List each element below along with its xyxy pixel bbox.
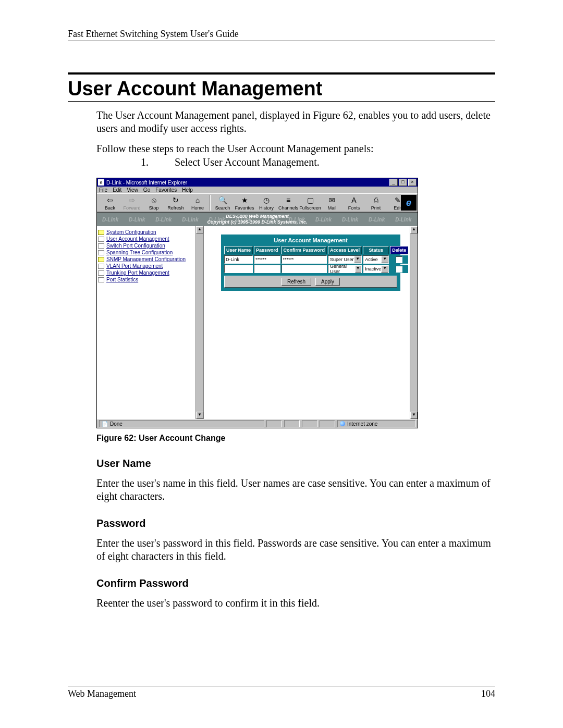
nav-item-label[interactable]: User Account Management xyxy=(106,236,169,242)
col-access: Access Level xyxy=(328,246,362,254)
nav-item[interactable]: Trunking Port Management xyxy=(98,270,202,276)
scroll-down-icon[interactable]: ▼ xyxy=(196,412,203,419)
nav-item[interactable]: SNMP Management Configuration xyxy=(98,256,202,262)
window-titlebar: e D-Link - Microsoft Internet Explorer _… xyxy=(97,178,418,187)
confirm-password-input[interactable] xyxy=(282,265,327,273)
password-input[interactable] xyxy=(254,255,280,264)
fullscreen-button[interactable]: ▢Fullscreen xyxy=(299,195,321,211)
status-zone: Internet zone xyxy=(337,420,415,427)
nav-item-label[interactable]: Port Statistics xyxy=(106,277,138,282)
delete-checkbox[interactable] xyxy=(396,256,402,263)
banner-line2: Copyright (c) 1995-1999 D-Link Systems, … xyxy=(207,219,307,225)
nav-item-label[interactable]: SNMP Management Configuration xyxy=(106,256,186,262)
access-level-select[interactable]: General User▼ xyxy=(328,265,362,273)
close-button[interactable]: × xyxy=(408,179,417,186)
menu-favorites[interactable]: Favorites xyxy=(155,187,177,193)
nav-item-label[interactable]: Switch Port Configuration xyxy=(106,243,165,249)
document-icon xyxy=(98,264,104,269)
nav-item[interactable]: Port Statistics xyxy=(98,277,202,282)
back-button[interactable]: ⇦Back xyxy=(99,195,121,211)
print-button[interactable]: ⎙Print xyxy=(365,195,387,211)
delete-checkbox[interactable] xyxy=(396,266,402,273)
col-status: Status xyxy=(363,246,389,254)
chevron-down-icon: ▼ xyxy=(354,256,361,263)
password-input[interactable] xyxy=(254,265,280,273)
content-pane: User Account Management User Name Passwo… xyxy=(204,226,418,419)
status-select-value: Inactive xyxy=(365,266,381,272)
nav-item[interactable]: System Configuration xyxy=(98,229,202,235)
channels-button[interactable]: ≡Channels xyxy=(277,195,299,211)
menu-edit[interactable]: Edit xyxy=(113,187,121,193)
document-icon xyxy=(98,237,104,242)
footer-section: Web Management xyxy=(68,688,136,699)
access-level-select-value: Super User xyxy=(330,257,354,262)
refresh-button[interactable]: ↻Refresh xyxy=(165,195,187,211)
nav-scrollbar[interactable]: ▲ ▼ xyxy=(195,226,203,419)
page-footer: Web Management 104 xyxy=(68,686,495,699)
forward-button[interactable]: ⇨Forward xyxy=(121,195,143,211)
home-button[interactable]: ⌂Home xyxy=(187,195,209,211)
favorites-button[interactable]: ★Favorites xyxy=(234,195,255,211)
scroll-up-icon[interactable]: ▲ xyxy=(196,226,203,233)
content-scrollbar[interactable]: ▲ ▼ xyxy=(410,226,418,419)
nav-item[interactable]: Switch Port Configuration xyxy=(98,243,202,249)
nav-item[interactable]: VLAN Port Management xyxy=(98,263,202,269)
confirm-password-input[interactable] xyxy=(282,255,327,264)
search-button[interactable]: 🔍Search xyxy=(212,195,234,211)
chevron-down-icon: ▼ xyxy=(355,265,362,273)
window-title: D-Link - Microsoft Internet Explorer xyxy=(106,180,389,186)
col-password: Password xyxy=(254,246,280,254)
mail-icon: ✉ xyxy=(326,195,338,205)
ie-throbber-icon: e xyxy=(401,195,417,211)
menu-file[interactable]: File xyxy=(99,187,107,193)
para-password: Enter the user's password in this field.… xyxy=(96,537,495,563)
chevron-down-icon: ▼ xyxy=(381,256,388,263)
status-select[interactable]: Inactive▼ xyxy=(363,265,389,273)
nav-item-label[interactable]: VLAN Port Management xyxy=(106,263,163,269)
menu-view[interactable]: View xyxy=(127,187,138,193)
menu-go[interactable]: Go xyxy=(143,187,150,193)
folder-icon xyxy=(98,230,104,235)
fonts-button[interactable]: AFonts xyxy=(343,195,365,211)
ie-app-icon: e xyxy=(98,179,104,186)
history-button[interactable]: ◷History xyxy=(255,195,277,211)
status-pane xyxy=(302,420,317,427)
status-select[interactable]: Active▼ xyxy=(363,255,389,264)
para-confirm-password: Reenter the user's password to confirm i… xyxy=(96,597,495,610)
forward-arrow-icon: ⇨ xyxy=(126,195,138,205)
refresh-panel-button[interactable]: Refresh xyxy=(282,278,311,286)
scroll-up-icon[interactable]: ▲ xyxy=(410,226,418,233)
col-user: User Name xyxy=(224,246,253,254)
username-input[interactable] xyxy=(224,265,253,273)
nav-item[interactable]: User Account Management xyxy=(98,236,202,242)
col-confirm: Confirm Password xyxy=(282,246,327,254)
print-icon: ⎙ xyxy=(370,195,382,205)
step-1-number: 1. xyxy=(141,156,172,168)
figure-caption: Figure 62: User Account Change xyxy=(96,434,495,443)
heading-user-name: User Name xyxy=(96,458,495,470)
folder-icon xyxy=(98,257,104,262)
steps-leadin: Follow these steps to reach the User Acc… xyxy=(96,142,495,155)
nav-item-label[interactable]: Trunking Port Management xyxy=(106,270,169,276)
status-pane xyxy=(284,420,300,427)
access-level-select[interactable]: Super User▼ xyxy=(328,255,362,264)
minimize-button[interactable]: _ xyxy=(389,179,398,186)
refresh-icon: ↻ xyxy=(170,195,181,205)
section-rule-bottom xyxy=(68,101,495,102)
back-arrow-icon: ⇦ xyxy=(104,195,116,205)
document-icon xyxy=(98,250,104,255)
nav-item-label[interactable]: System Configuration xyxy=(106,229,156,235)
apply-button[interactable]: Apply xyxy=(315,278,340,286)
section-title: User Account Management xyxy=(68,78,495,100)
nav-item-label[interactable]: Spanning Tree Configuration xyxy=(106,250,173,255)
mail-button[interactable]: ✉Mail xyxy=(321,195,343,211)
page-banner: D-LinkD-LinkD-LinkD-LinkD-LinkD-LinkD-Li… xyxy=(97,212,418,226)
search-icon: 🔍 xyxy=(217,195,228,205)
stop-button[interactable]: ⦸Stop xyxy=(143,195,165,211)
nav-item[interactable]: Spanning Tree Configuration xyxy=(98,250,202,255)
username-input[interactable] xyxy=(224,255,253,264)
maximize-button[interactable]: □ xyxy=(399,179,407,186)
menu-help[interactable]: Help xyxy=(182,187,193,193)
scroll-down-icon[interactable]: ▼ xyxy=(410,412,418,419)
page-number: 104 xyxy=(481,688,495,699)
